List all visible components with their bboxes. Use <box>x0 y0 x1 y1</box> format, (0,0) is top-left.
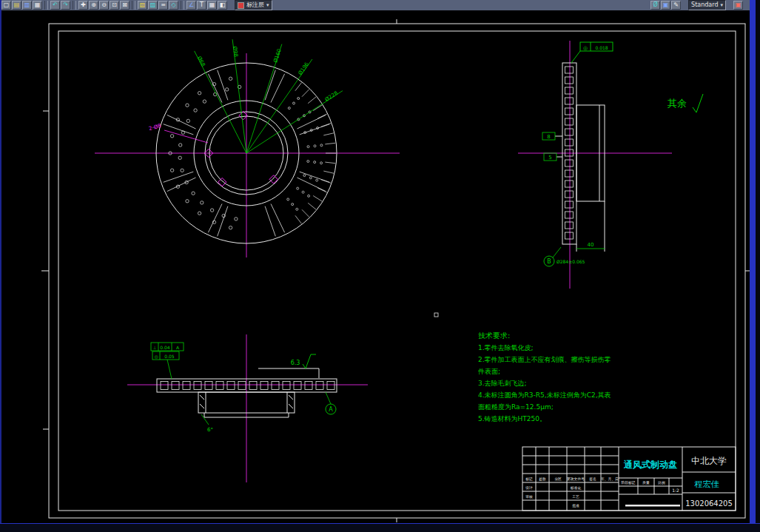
plot-preview-icon[interactable]: ▣ <box>733 1 743 10</box>
leader-line <box>553 247 561 257</box>
tech-req-line: 5.铸造材料为HT250。 <box>478 413 645 425</box>
technical-requirements: 技术要求: 1.零件去除氧化皮; 2.零件加工表面上不应有划痕、擦伤等损伤零 件… <box>478 330 645 425</box>
tech-req-line: 2.零件加工表面上不应有划痕、擦伤等损伤零 <box>478 354 645 366</box>
leader-line <box>326 392 331 404</box>
tb-cell: 标记 <box>525 477 533 482</box>
tb-cell: 分区 <box>554 477 562 481</box>
scale-value: 1:2 <box>672 488 679 493</box>
title-block: 通风式制动盘 中北大学 程宏佳 1302064205 标记 处数 分区 更改文件… <box>522 447 736 511</box>
dim-label: Ø68 <box>196 55 206 67</box>
layer-select[interactable]: 标注层 ▾ <box>235 0 272 10</box>
redo-icon[interactable]: ↷ <box>61 1 70 10</box>
style-select[interactable]: Standard ▾ <box>688 0 726 10</box>
text-style-icon[interactable]: T <box>197 1 206 10</box>
tolerance-symbol: ◎ <box>583 45 588 51</box>
side-view: ◎ 0.018 8 5 40 B Ø284±0.065 <box>518 41 672 289</box>
tech-req-line: 3.去除毛刺飞边; <box>478 377 645 389</box>
dim-label: 5 <box>548 155 551 161</box>
toolbar-separator <box>132 1 135 10</box>
tb-cell: 年、月、日 <box>601 477 619 482</box>
print-icon[interactable]: ▦ <box>33 1 42 10</box>
tb-cell: 标准化 <box>570 486 582 491</box>
table-icon[interactable]: ▦ <box>207 1 217 10</box>
university-name: 中北大学 <box>691 456 727 466</box>
roughness-value: 6.3 <box>291 360 300 366</box>
toolbar: ▢ ▤ ▥ ▦ ↶ ↷ ✚ ⊕ ⊖ ⊡ ⊠ ▧ ▨ ≡ ◇ ∠ T ▦ ◧ 标注… <box>0 0 750 10</box>
front-view: Ø68 Ø98 Ø160 Ø196 Ø228 2-Ø8 <box>95 39 400 257</box>
surface-default-note: 其余 <box>667 94 703 112</box>
tb-cell: 签名 <box>589 477 596 482</box>
leader-label: 2-Ø8 <box>148 123 161 132</box>
layer-manager-icon[interactable]: ▧ <box>138 1 147 10</box>
author-name: 程宏佳 <box>694 479 720 489</box>
object-snap-icon[interactable]: ◇ <box>169 1 178 10</box>
tb-cell: 处数 <box>539 477 546 482</box>
tech-req-line: 1.零件去除氧化皮; <box>478 342 645 354</box>
dim-label: 40 <box>588 242 594 248</box>
window-border-outer <box>756 0 760 532</box>
radial-dim-lines <box>195 39 343 153</box>
window-border-bottom[interactable] <box>0 523 760 532</box>
part-name: 通风式制动盘 <box>623 459 677 470</box>
datum-label: A <box>329 406 333 413</box>
measure-icon[interactable]: Ø <box>650 1 660 10</box>
tolerance-value: 0.018 <box>595 45 608 50</box>
leader-line <box>201 414 209 425</box>
tb-cell: 工艺 <box>572 494 579 499</box>
tb-cell: 审核 <box>525 494 533 499</box>
undo-icon[interactable]: ↶ <box>50 1 60 10</box>
dim-style-icon[interactable]: ∠ <box>186 1 196 10</box>
open-folder-icon[interactable]: ▤ <box>12 1 21 10</box>
block-icon[interactable]: ◧ <box>218 1 227 10</box>
tech-req-line: 4.未标注圆角为R3-R5,未标注倒角为C2,其表 <box>478 389 645 401</box>
toolbar-separator <box>73 1 76 10</box>
dim-label: Ø284±0.065 <box>556 259 585 264</box>
fcf-value: 0.05 <box>164 354 175 359</box>
student-id: 1302064205 <box>685 499 733 508</box>
layer-select-value: 标注层 <box>246 1 264 10</box>
tb-cell: 设计 <box>525 485 533 490</box>
section-outline <box>555 63 605 252</box>
roughness-check-icon <box>303 354 316 368</box>
dim-label: Ø228 <box>324 90 339 103</box>
draw-order-icon[interactable]: ▣ <box>661 1 670 10</box>
centerlines <box>518 41 672 289</box>
toolbar-separator <box>44 1 48 10</box>
fcf-value: 0.04 <box>160 345 170 350</box>
toolbar-separator <box>181 1 184 10</box>
fcf-symbol: ◎ <box>154 354 158 359</box>
linetype-icon[interactable]: ≡ <box>158 1 168 10</box>
dim-label: Ø196 <box>297 61 311 75</box>
roughness-check-icon <box>693 94 703 112</box>
tb-cell: 批准 <box>572 504 579 508</box>
zoom-extents-icon[interactable]: ⊠ <box>120 1 130 10</box>
vent-channel-cells <box>565 67 574 239</box>
chevron-down-icon: ▾ <box>720 1 723 10</box>
dim-label: Ø160 <box>272 48 282 63</box>
window-border-right[interactable] <box>750 0 756 532</box>
tech-req-line: 面粗糙度为Ra=12.5μm; <box>478 401 645 413</box>
dim-label: 8 <box>547 134 550 140</box>
style-select-value: Standard <box>691 1 718 10</box>
section-outline <box>157 368 337 417</box>
save-icon[interactable]: ▥ <box>22 1 32 10</box>
signature-line <box>625 505 680 507</box>
new-file-icon[interactable]: ▢ <box>1 1 11 10</box>
tb-cell: 比例 <box>658 481 665 485</box>
layer-states-icon[interactable]: ▨ <box>148 1 158 10</box>
fcf-symbol: ⊥ <box>152 345 156 350</box>
zoom-out-icon[interactable]: ⊖ <box>99 1 109 10</box>
zoom-window-icon[interactable]: ⊡ <box>110 1 119 10</box>
edit-pencil-icon[interactable]: ✎ <box>671 1 681 10</box>
datum-label: B <box>547 258 551 265</box>
pan-icon[interactable]: ✚ <box>78 1 88 10</box>
zoom-in-icon[interactable]: ⊕ <box>89 1 98 10</box>
tech-req-title: 技术要求: <box>478 330 645 342</box>
drawing-canvas[interactable]: Ø68 Ø98 Ø160 Ø196 Ø228 2-Ø8 ◎ <box>0 10 760 532</box>
point-marker <box>434 313 438 317</box>
vent-channel-cells <box>161 382 334 390</box>
bottom-view: 6.3 ⊥ 0.04 A ◎ 0.05 6° A <box>127 334 368 482</box>
fcf-datum: A <box>176 345 180 350</box>
tb-cell: 阶段标记 <box>621 480 635 485</box>
tech-req-line: 件表面; <box>478 366 645 377</box>
